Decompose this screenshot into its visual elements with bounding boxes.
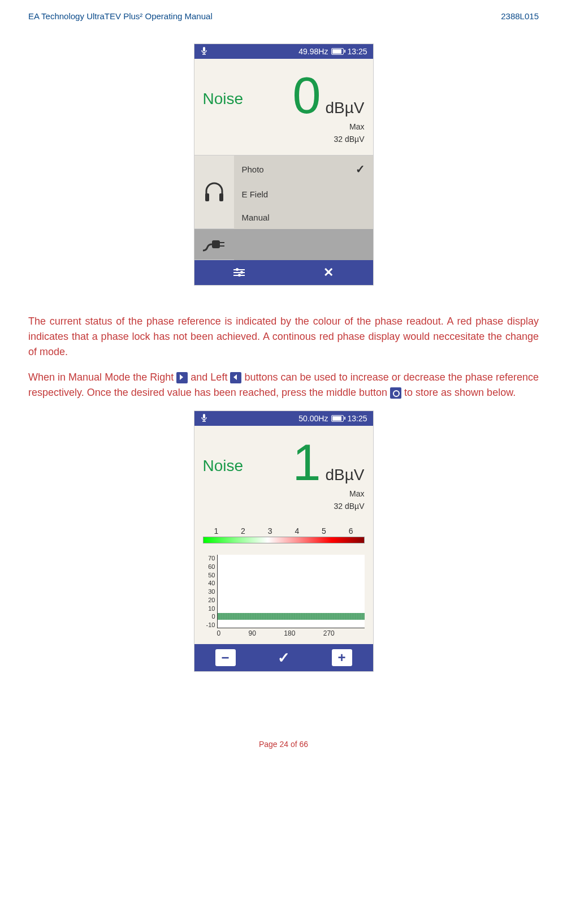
chart-area: 1 2 3 4 5 6 70 60 50 40 30 20 10 0 -10 — [194, 522, 373, 644]
bottom-bar: ✕ — [194, 260, 373, 285]
sub-unit-2: dBµV — [345, 502, 365, 511]
reading-area-2: Noise 1 dBµV Max 32 dBµV — [194, 426, 373, 522]
color-scale-labels: 1 2 3 4 5 6 — [203, 526, 365, 536]
y-axis-labels: 70 60 50 40 30 20 10 0 -10 — [203, 555, 215, 628]
settings-sliders-icon[interactable] — [233, 269, 245, 276]
phase-chart: 70 60 50 40 30 20 10 0 -10 0 90 180 270 — [217, 555, 365, 640]
paragraph-1: The current status of the phase referenc… — [28, 314, 539, 360]
headphones-icon[interactable] — [194, 156, 234, 229]
x-axis-labels: 0 90 180 270 — [217, 628, 365, 637]
device-screen-1: 49.98Hz 13:25 Noise 0 dBµV Max 32 dBµV — [194, 44, 374, 286]
noise-data-band — [218, 613, 365, 620]
svg-rect-0 — [203, 47, 205, 51]
reading-area: Noise 0 dBµV Max 32 dBµV — [194, 59, 373, 155]
sub-value: 32 — [334, 135, 343, 144]
plug-icon[interactable] — [194, 229, 234, 260]
mic-icon — [200, 413, 208, 424]
battery-icon — [331, 48, 344, 55]
noise-label: Noise — [203, 90, 244, 108]
plus-button[interactable]: + — [332, 649, 352, 666]
menu-spacer — [234, 229, 373, 260]
main-value: 0 — [292, 70, 321, 121]
freq-readout: 49.98Hz — [298, 47, 328, 56]
paragraph-2: When in Manual Mode the Right and Left b… — [28, 370, 539, 400]
battery-icon — [331, 415, 344, 422]
mic-icon — [200, 46, 208, 57]
minus-button[interactable]: − — [215, 649, 236, 666]
left-button-icon — [230, 372, 241, 383]
main-value-2: 1 — [292, 437, 321, 488]
status-bar-2: 50.00Hz 13:25 — [194, 411, 373, 426]
unit-label: dBµV — [325, 99, 364, 117]
freq-readout-2: 50.00Hz — [298, 414, 328, 423]
color-scale-bar — [203, 537, 365, 543]
right-button-icon — [176, 372, 188, 383]
chart-plot — [217, 555, 365, 628]
confirm-button[interactable]: ✓ — [278, 649, 290, 667]
page-footer: Page 24 of 66 — [28, 740, 539, 749]
menu-section: Photo ✓ E Field Manual — [194, 155, 373, 260]
status-bar: 49.98Hz 13:25 — [194, 44, 373, 59]
middle-button-icon — [390, 387, 401, 399]
bottom-buttons: − ✓ + — [194, 644, 373, 671]
device-screen-2: 50.00Hz 13:25 Noise 1 dBµV Max 32 dBµV 1… — [194, 411, 374, 672]
time-readout-2: 13:25 — [347, 414, 367, 423]
svg-rect-3 — [205, 193, 209, 201]
menu-item-manual[interactable]: Manual — [234, 206, 373, 229]
header-right: 2388L015 — [501, 11, 539, 21]
check-icon: ✓ — [356, 162, 365, 176]
close-icon[interactable]: ✕ — [323, 265, 334, 280]
svg-rect-4 — [219, 193, 223, 201]
header-left: EA Technology UltraTEV Plus² Operating M… — [28, 11, 213, 21]
time-readout: 13:25 — [347, 47, 367, 56]
menu-item-photo[interactable]: Photo ✓ — [234, 156, 373, 183]
page-header: EA Technology UltraTEV Plus² Operating M… — [28, 11, 539, 21]
menu-item-efield[interactable]: E Field — [234, 183, 373, 206]
svg-rect-5 — [212, 240, 220, 248]
unit-label-2: dBµV — [325, 466, 364, 484]
noise-label-2: Noise — [203, 457, 244, 475]
sub-value-2: 32 — [334, 502, 343, 511]
sub-unit: dBµV — [345, 135, 365, 144]
svg-rect-8 — [203, 414, 205, 418]
